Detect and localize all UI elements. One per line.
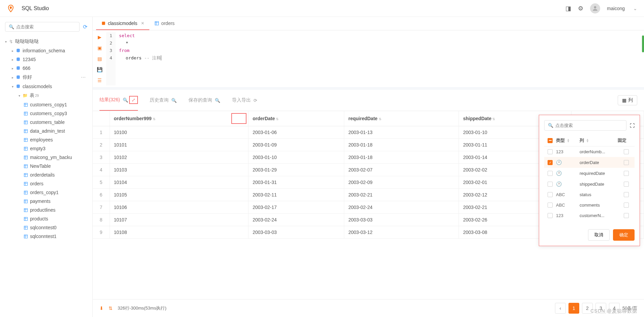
cell[interactable]: 2003-02-17 bbox=[248, 201, 344, 214]
confirm-button[interactable]: 确定 bbox=[613, 229, 635, 241]
table-node[interactable]: orderdetails bbox=[3, 170, 89, 179]
cell[interactable]: 10107 bbox=[110, 214, 248, 226]
cell[interactable]: 2003-01-29 bbox=[248, 164, 344, 176]
cell[interactable]: 2003-02-07 bbox=[344, 164, 459, 176]
chevron-down-icon[interactable]: ▾ bbox=[17, 94, 22, 98]
column-header[interactable]: orderNumber999⇅ bbox=[110, 111, 248, 126]
search-icon[interactable]: 🔍 bbox=[123, 98, 128, 103]
column-header[interactable]: orderDate⇅ bbox=[248, 111, 344, 126]
fix-checkbox[interactable] bbox=[624, 182, 629, 187]
tab-history[interactable]: 历史查询 🔍 bbox=[150, 95, 177, 106]
cell[interactable]: 2003-01-18 bbox=[344, 139, 459, 151]
column-picker-row[interactable]: ABC status bbox=[544, 189, 635, 200]
refresh-icon[interactable]: ⟳ bbox=[254, 98, 257, 103]
row-checkbox[interactable] bbox=[548, 149, 553, 154]
row-checkbox[interactable] bbox=[548, 203, 553, 208]
chevron-icon[interactable]: ▸ bbox=[10, 67, 15, 70]
user-name[interactable]: maicong bbox=[607, 6, 625, 11]
cell[interactable]: 2003-03-12 bbox=[344, 226, 459, 239]
cancel-button[interactable]: 取消 bbox=[588, 229, 610, 241]
sidebar-search[interactable]: 🔍 bbox=[5, 22, 80, 32]
fix-checkbox[interactable] bbox=[624, 171, 629, 176]
connection-node[interactable]: ▾ ↯ 哒哒哒哒哒 bbox=[3, 37, 89, 46]
more-icon[interactable]: ⋯ bbox=[81, 75, 89, 80]
database-node[interactable]: ▸ information_schema bbox=[3, 46, 89, 55]
cell[interactable]: 2003-01-18 bbox=[344, 151, 459, 164]
row-checkbox[interactable] bbox=[548, 171, 553, 176]
row-checkbox[interactable] bbox=[548, 213, 553, 218]
column-picker-row[interactable]: ✓ 🕐 orderDate bbox=[544, 157, 635, 168]
cell[interactable]: 2003-02-24 bbox=[248, 214, 344, 226]
column-picker-row[interactable]: ABC comments bbox=[544, 200, 635, 210]
cell[interactable]: 10105 bbox=[110, 189, 248, 201]
cell[interactable]: 2003-01-09 bbox=[248, 139, 344, 151]
search-icon[interactable]: 🔍 bbox=[215, 98, 220, 103]
cell[interactable]: 2003-02-21 bbox=[344, 189, 459, 201]
cell[interactable]: 10104 bbox=[110, 176, 248, 189]
cell[interactable]: 2003-02-24 bbox=[344, 201, 459, 214]
sort-icon[interactable]: ⇅ bbox=[379, 117, 381, 121]
cell[interactable]: 2003-01-31 bbox=[248, 176, 344, 189]
table-node[interactable]: customers_copy1 bbox=[3, 100, 89, 109]
code-content[interactable]: select * from orders -- 注释 bbox=[116, 32, 644, 85]
download-icon[interactable]: ⬇ bbox=[99, 306, 104, 311]
sort-icon[interactable]: ▲▼ bbox=[586, 138, 589, 142]
tab-import-export[interactable]: 导入导出 ⟳ bbox=[232, 95, 257, 106]
refresh-icon[interactable]: ⟳ bbox=[83, 24, 87, 30]
cell[interactable]: 10108 bbox=[110, 226, 248, 239]
fix-checkbox[interactable] bbox=[624, 213, 629, 218]
table-node[interactable]: productlines bbox=[3, 206, 89, 214]
fix-checkbox[interactable] bbox=[624, 192, 629, 197]
database-node[interactable]: ▸ 666 bbox=[3, 64, 89, 73]
page-button[interactable]: 1 bbox=[568, 303, 579, 314]
avatar[interactable] bbox=[590, 3, 600, 14]
settings-icon[interactable]: ⚙ bbox=[578, 5, 583, 12]
row-checkbox[interactable] bbox=[548, 182, 553, 187]
column-picker-row[interactable]: 123 customerN... bbox=[544, 210, 635, 221]
chevron-icon[interactable]: ▸ bbox=[10, 58, 15, 61]
cell[interactable]: 10106 bbox=[110, 201, 248, 214]
cell[interactable]: 10102 bbox=[110, 151, 248, 164]
table-node[interactable]: products bbox=[3, 214, 89, 223]
cell[interactable]: 10103 bbox=[110, 164, 248, 176]
fix-checkbox[interactable] bbox=[624, 149, 629, 154]
select-all-checkbox[interactable] bbox=[548, 138, 553, 143]
column-picker-row[interactable]: 🕐 requiredDate bbox=[544, 168, 635, 179]
cell[interactable]: 10100 bbox=[110, 126, 248, 139]
sort-icon[interactable]: ⇅ bbox=[109, 306, 113, 311]
cell[interactable]: 2003-03-03 bbox=[248, 226, 344, 239]
sidebar-search-input[interactable] bbox=[16, 24, 76, 29]
chevron-icon[interactable]: ▾ bbox=[10, 85, 15, 88]
table-node[interactable]: data_admin_test bbox=[3, 127, 89, 135]
cell[interactable]: 2003-02-09 bbox=[344, 176, 459, 189]
chevron-down-icon[interactable]: ▾ bbox=[3, 40, 8, 44]
cell[interactable]: 2003-01-13 bbox=[344, 126, 459, 139]
table-node[interactable]: orders bbox=[3, 179, 89, 188]
table-node[interactable]: maicong_ym_backu bbox=[3, 153, 89, 162]
column-header[interactable]: requiredDate⇅ bbox=[344, 111, 459, 126]
row-checkbox[interactable] bbox=[548, 192, 553, 197]
editor-tab[interactable]: orders bbox=[149, 17, 180, 30]
popup-search[interactable]: 🔍 bbox=[544, 120, 626, 131]
close-icon[interactable]: ✕ bbox=[141, 21, 144, 26]
cell[interactable]: 10101 bbox=[110, 139, 248, 151]
prev-page[interactable]: ‹ bbox=[555, 303, 566, 314]
table-node[interactable]: customers_copy3 bbox=[3, 109, 89, 118]
table-node[interactable]: employees bbox=[3, 135, 89, 144]
database-node[interactable]: ▸ 12345 bbox=[3, 55, 89, 64]
tab-results[interactable]: 结果(326) 🔍 ⤢ bbox=[99, 93, 138, 111]
table-node[interactable]: empty3 bbox=[3, 144, 89, 153]
table-node[interactable]: sqlconntest1 bbox=[3, 232, 89, 241]
popup-search-input[interactable] bbox=[555, 123, 623, 128]
table-node[interactable]: sqlconntest0 bbox=[3, 223, 89, 232]
column-picker-row[interactable]: 🕐 shippedDate bbox=[544, 179, 635, 189]
sort-icon[interactable]: ⇅ bbox=[492, 117, 495, 121]
language-icon[interactable]: ◨ bbox=[565, 5, 571, 12]
sort-icon[interactable]: ⇅ bbox=[153, 117, 155, 121]
sort-icon[interactable]: ⇅ bbox=[276, 117, 279, 121]
column-picker-row[interactable]: 123 orderNumb... bbox=[544, 147, 635, 157]
cell[interactable]: 2003-03-03 bbox=[344, 214, 459, 226]
table-node[interactable]: NewTable bbox=[3, 162, 89, 170]
table-node[interactable]: orders_copy1 bbox=[3, 188, 89, 197]
chevron-icon[interactable]: ▸ bbox=[10, 76, 15, 79]
